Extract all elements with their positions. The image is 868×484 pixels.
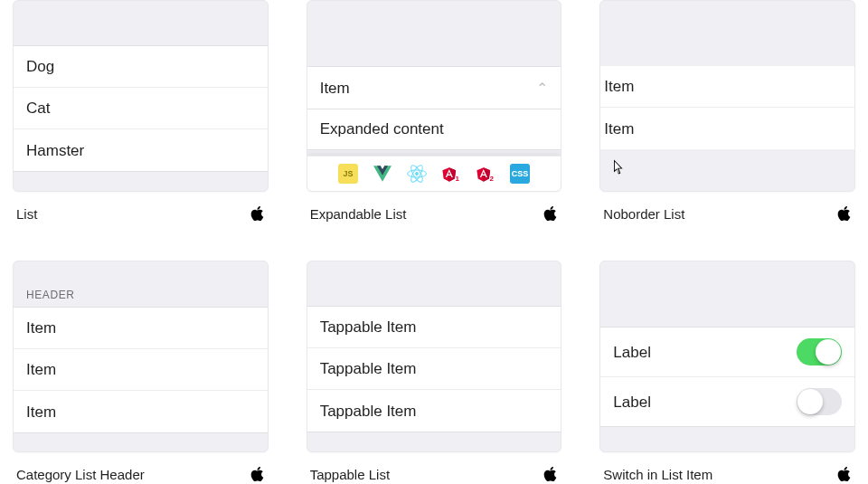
apple-icon bbox=[836, 204, 852, 223]
tappable-list-item[interactable]: Tappable Item bbox=[307, 307, 561, 348]
tile-category-list: HEADER Item Item Item Category List Head… bbox=[13, 261, 269, 483]
switch-list-item: Label bbox=[600, 327, 854, 377]
switch-list-item: Label bbox=[600, 377, 854, 426]
angular2-icon[interactable]: 2 bbox=[476, 164, 495, 184]
expanded-content: Expanded content bbox=[307, 109, 561, 150]
tile-noborder-list: Item Item Noborder List bbox=[599, 0, 855, 223]
card-category: HEADER Item Item Item bbox=[13, 261, 269, 452]
switch-label: Label bbox=[613, 393, 797, 412]
list-item-label: Item bbox=[604, 77, 842, 96]
expandable-list: Item ⌃ bbox=[307, 66, 561, 109]
card-switch: Label Label bbox=[599, 261, 855, 452]
css-icon[interactable]: CSS bbox=[510, 164, 530, 184]
expandable-item-label: Item bbox=[320, 79, 537, 98]
tile-caption: List bbox=[16, 206, 37, 222]
list-item-label: Item bbox=[26, 318, 255, 337]
apple-icon bbox=[836, 465, 852, 483]
tile-list: Dog Cat Hamster List bbox=[13, 0, 269, 223]
caption-row: Category List Header bbox=[13, 452, 269, 483]
tile-expandable-list: Item ⌃ Expanded content JS 1 2 CSS bbox=[307, 0, 562, 223]
card-noborder: Item Item bbox=[599, 0, 855, 192]
vue-icon[interactable] bbox=[373, 164, 392, 184]
javascript-icon[interactable]: JS bbox=[338, 164, 358, 184]
react-icon[interactable] bbox=[701, 164, 721, 184]
list-item-label: Hamster bbox=[26, 141, 255, 160]
noborder-list: Item Item bbox=[600, 66, 854, 149]
list-item-label: Tappable Item bbox=[320, 402, 549, 421]
list-header: HEADER bbox=[14, 283, 268, 307]
tile-caption: Switch in List Item bbox=[603, 467, 712, 482]
list-item: Item bbox=[600, 108, 854, 149]
tappable-list-item[interactable]: Tappable Item bbox=[307, 390, 561, 432]
list-item-label: Dog bbox=[26, 57, 255, 76]
card-expandable: Item ⌃ Expanded content JS 1 2 CSS bbox=[307, 0, 562, 192]
tile-tappable-list: Tappable Item Tappable Item Tappable Ite… bbox=[307, 261, 562, 483]
tile-caption: Category List Header bbox=[16, 467, 145, 482]
card-list: Dog Cat Hamster bbox=[13, 0, 269, 192]
tappable-list: Tappable Item Tappable Item Tappable Ite… bbox=[307, 306, 561, 432]
list-item: Hamster bbox=[14, 129, 268, 171]
list-item: Item bbox=[14, 349, 268, 391]
caption-row: Tappable List bbox=[307, 452, 562, 483]
card-tappable: Tappable Item Tappable Item Tappable Ite… bbox=[307, 261, 562, 452]
list-item-label: Tappable Item bbox=[320, 318, 549, 337]
apple-icon bbox=[542, 465, 558, 483]
angular1-icon[interactable]: 1 bbox=[441, 164, 461, 184]
list-item: Item bbox=[600, 66, 854, 108]
caption-row: List bbox=[13, 192, 269, 223]
apple-icon bbox=[542, 204, 558, 223]
list-simple: Dog Cat Hamster bbox=[14, 45, 268, 172]
chevron-up-icon: ⌃ bbox=[536, 79, 548, 98]
css-icon[interactable] bbox=[804, 164, 824, 184]
tile-caption: Tappable List bbox=[310, 467, 390, 482]
list-item-label: Cat bbox=[26, 99, 255, 118]
apple-icon bbox=[250, 204, 265, 223]
javascript-icon[interactable] bbox=[632, 164, 652, 184]
caption-row: Noborder List bbox=[599, 192, 855, 223]
list-item: Dog bbox=[14, 46, 268, 88]
tile-caption: Expandable List bbox=[310, 206, 407, 222]
vue-icon[interactable] bbox=[666, 164, 686, 184]
list-item: Item bbox=[14, 391, 268, 432]
switch-toggle-on[interactable] bbox=[797, 338, 842, 365]
angular2-icon[interactable] bbox=[769, 164, 789, 184]
react-icon[interactable] bbox=[407, 164, 427, 184]
caption-row: Expandable List bbox=[307, 192, 562, 223]
angular1-sub: 1 bbox=[456, 175, 459, 183]
switch-list: Label Label bbox=[600, 327, 854, 427]
switch-toggle-off[interactable] bbox=[797, 388, 842, 415]
list-item: Cat bbox=[14, 88, 268, 129]
expandable-list-item[interactable]: Item ⌃ bbox=[307, 67, 561, 109]
list-item: Item bbox=[14, 308, 268, 349]
framework-toolbar: JS 1 2 CSS bbox=[307, 156, 561, 191]
caption-row: Switch in List Item bbox=[599, 452, 855, 483]
list-item-label: Item bbox=[26, 403, 255, 422]
angular1-icon[interactable] bbox=[735, 164, 755, 184]
list-item-label: Tappable Item bbox=[320, 359, 549, 378]
list-item-label: Item bbox=[604, 119, 842, 138]
switch-label: Label bbox=[613, 343, 797, 362]
tile-caption: Noborder List bbox=[603, 206, 684, 222]
category-list: Item Item Item bbox=[14, 307, 268, 433]
apple-icon bbox=[250, 465, 265, 483]
list-item-label: Item bbox=[26, 360, 255, 379]
tappable-list-item[interactable]: Tappable Item bbox=[307, 348, 561, 390]
angular2-sub: 2 bbox=[490, 175, 494, 183]
tile-switch-list: Label Label Switch in List Item bbox=[599, 261, 855, 483]
